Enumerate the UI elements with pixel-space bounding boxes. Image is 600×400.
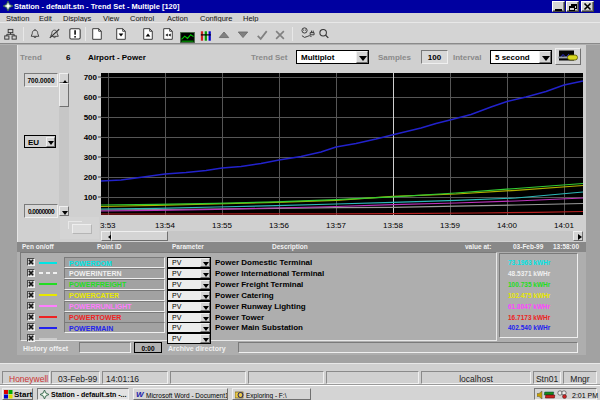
svg-text:14:01: 14:01 [554, 221, 575, 230]
svg-text:13:59: 13:59 [440, 221, 461, 230]
svg-text:13:54: 13:54 [155, 221, 176, 230]
svg-text:500: 500 [84, 113, 98, 122]
svg-text:13:58: 13:58 [383, 221, 404, 230]
svg-text:14:00: 14:00 [497, 221, 518, 230]
svg-text:200: 200 [84, 173, 98, 182]
svg-text:100: 100 [84, 193, 98, 202]
svg-text:600: 600 [84, 93, 98, 102]
svg-text:13:55: 13:55 [212, 221, 233, 230]
svg-text:300: 300 [84, 153, 98, 162]
svg-text:13:56: 13:56 [269, 221, 290, 230]
svg-text:400: 400 [84, 133, 98, 142]
svg-text:13:57: 13:57 [326, 221, 347, 230]
svg-text:3:53: 3:53 [100, 221, 116, 230]
svg-text:700: 700 [84, 73, 98, 82]
